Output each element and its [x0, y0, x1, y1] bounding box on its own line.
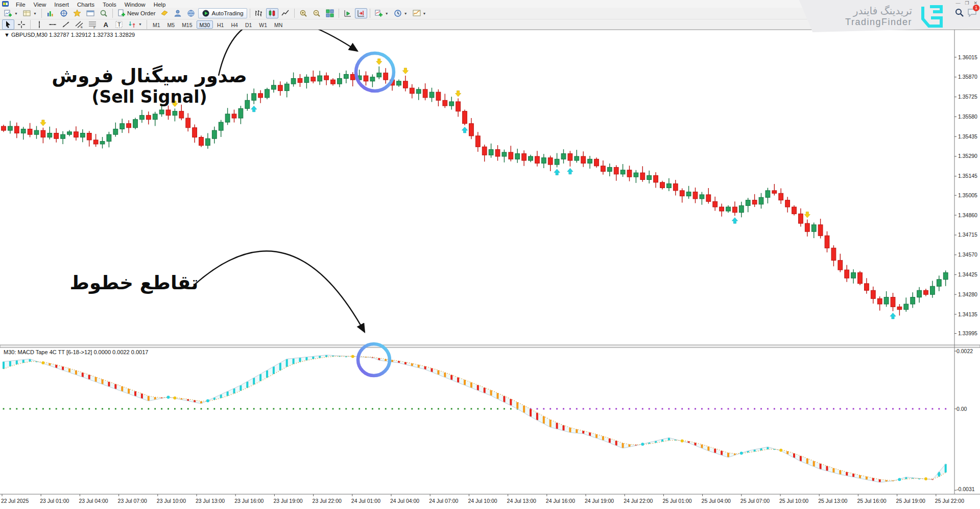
chart-shift-button[interactable] [355, 8, 367, 18]
trendline-button[interactable] [60, 19, 72, 30]
data-window-button[interactable] [58, 8, 70, 18]
toolbar-separator [41, 9, 42, 18]
tester-button[interactable] [98, 8, 110, 18]
toolbar-separator [339, 9, 339, 18]
profiles-button[interactable]: ▼ [21, 8, 39, 18]
minimize-button[interactable]: — [955, 1, 960, 6]
new-order-doc-label: New Order [127, 10, 156, 16]
timeframe-m5[interactable]: M5 [164, 20, 178, 29]
svg-text:23 Jul 01:00: 23 Jul 01:00 [40, 498, 69, 504]
toolbar-separator [147, 20, 147, 29]
chat-icon[interactable]: 1 [967, 8, 977, 19]
svg-text:0.0022: 0.0022 [957, 348, 973, 354]
navigator-button[interactable] [71, 8, 83, 18]
text-a-button[interactable]: A [100, 19, 112, 30]
chevron-down-icon[interactable]: ▼ [138, 22, 142, 26]
terminal-icon [86, 9, 94, 17]
expert-person-button[interactable] [172, 8, 184, 18]
new-order-doc-button[interactable]: New Order [115, 8, 158, 18]
menu-insert[interactable]: Insert [50, 1, 73, 8]
chevron-down-icon[interactable]: ▼ [404, 12, 408, 15]
app-icon [2, 1, 9, 7]
shapes-button[interactable]: ▼ [126, 19, 144, 30]
menu-items: FileViewInsertChartsToolsWindowHelp [12, 0, 170, 9]
terminal-button[interactable] [84, 8, 97, 18]
timeframe-d1[interactable]: D1 [242, 20, 255, 29]
hline-icon [49, 20, 57, 29]
menu-help[interactable]: Help [150, 1, 170, 8]
menu-tools[interactable]: Tools [99, 1, 121, 8]
timeframe-w1[interactable]: W1 [256, 20, 270, 29]
market-watch-button[interactable] [44, 8, 57, 18]
indicators-add-button[interactable]: ▼ [373, 8, 391, 18]
svg-text:1.35725: 1.35725 [958, 94, 977, 100]
svg-text:1.35145: 1.35145 [958, 173, 977, 179]
chevron-down-icon[interactable]: ▼ [423, 12, 426, 15]
text-a-icon: A [102, 20, 110, 29]
templates-icon [413, 9, 421, 17]
crosshair-button[interactable] [15, 19, 28, 30]
vline-button[interactable] [33, 19, 45, 30]
channel-button[interactable]: E [73, 19, 85, 30]
tradingfinder-watermark: تریدینگ فایندر TradingFinder [785, 0, 980, 32]
auto-scroll-icon [344, 9, 352, 17]
restore-button[interactable]: ❐ [965, 1, 969, 6]
svg-text:25 Jul 16:00: 25 Jul 16:00 [857, 498, 886, 504]
hline-button[interactable] [46, 19, 59, 30]
svg-text:23 Jul 04:00: 23 Jul 04:00 [79, 498, 108, 504]
search-icon[interactable] [955, 8, 964, 17]
pane-separator[interactable] [0, 345, 980, 348]
chevron-down-icon[interactable]: ▼ [33, 12, 37, 15]
chart-plus-icon [4, 9, 12, 17]
timeframe-mn[interactable]: MN [271, 20, 285, 29]
timeframe-h1[interactable]: H1 [214, 20, 227, 29]
autotrading-play-button[interactable]: AutoTrading [198, 8, 247, 18]
tile-windows-button[interactable] [324, 8, 336, 18]
svg-text:23 Jul 19:00: 23 Jul 19:00 [273, 498, 302, 504]
tradingfinder-logo-icon [919, 5, 945, 28]
svg-text:23 Jul 22:00: 23 Jul 22:00 [313, 498, 342, 504]
svg-text:1.35870: 1.35870 [958, 74, 977, 80]
auto-scroll-button[interactable] [342, 8, 354, 18]
notification-badge: 1 [973, 5, 979, 11]
zoom-out-icon [313, 9, 321, 17]
zoom-out-button[interactable] [310, 8, 323, 18]
label-t-button[interactable]: T [113, 19, 125, 30]
indicator-label: M30: MACD Tape 4C TT [6-18->12] 0.0000 0… [4, 349, 148, 355]
timeframe-m15[interactable]: M15 [179, 20, 195, 29]
periods-clock-button[interactable]: ▼ [392, 8, 410, 18]
templates-button[interactable]: ▼ [411, 8, 428, 18]
chart-plus-button[interactable]: ▼ [2, 8, 20, 18]
svg-text:E: E [81, 26, 83, 29]
svg-text:24 Jul 16:00: 24 Jul 16:00 [546, 498, 575, 504]
svg-text:1.33995: 1.33995 [958, 330, 977, 336]
periods-clock-icon [394, 9, 402, 17]
menu-view[interactable]: View [30, 1, 51, 8]
timeframe-m1[interactable]: M1 [150, 20, 163, 29]
autotrading-play-label: AutoTrading [211, 10, 243, 16]
symbol-collapse-icon[interactable]: ▼ [4, 32, 11, 38]
fibonacci-button[interactable]: F [86, 19, 99, 30]
cursor-button[interactable] [2, 19, 14, 30]
menu-charts[interactable]: Charts [73, 1, 99, 8]
svg-text:1.35290: 1.35290 [958, 153, 977, 159]
candle-chart-button[interactable] [266, 8, 278, 18]
timeframe-h4[interactable]: H4 [228, 20, 241, 29]
svg-text:1.34570: 1.34570 [958, 251, 977, 258]
svg-text:24 Jul 10:00: 24 Jul 10:00 [468, 498, 497, 504]
line-chart-icon [281, 9, 290, 17]
bar-chart-icon [255, 9, 263, 17]
zoom-in-button[interactable] [297, 8, 309, 18]
menu-file[interactable]: File [12, 1, 30, 8]
lines-crossover-annotation: تقاطع خطوط [66, 272, 202, 294]
svg-text:23 Jul 07:00: 23 Jul 07:00 [118, 498, 147, 504]
web-globe-button[interactable] [185, 8, 197, 18]
bar-chart-button[interactable] [253, 8, 265, 18]
line-chart-button[interactable] [279, 8, 292, 18]
metaeditor-tag-button[interactable] [158, 8, 171, 18]
chevron-down-icon[interactable]: ▼ [385, 12, 389, 15]
chevron-down-icon[interactable]: ▼ [14, 12, 18, 15]
menu-window[interactable]: Window [121, 1, 150, 8]
timeframe-m30[interactable]: M30 [197, 20, 213, 29]
svg-text:25 Jul 07:00: 25 Jul 07:00 [740, 498, 770, 504]
